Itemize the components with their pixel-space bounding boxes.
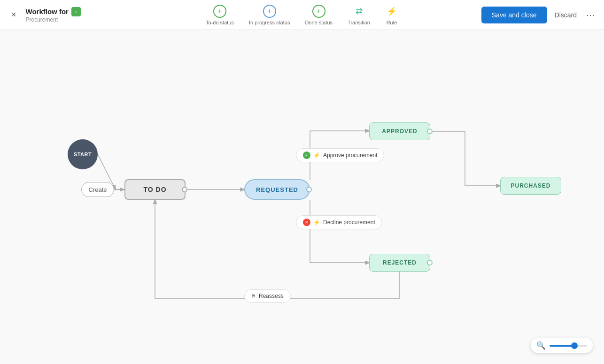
purchased-node[interactable]: PURCHASED [500, 177, 561, 195]
workflow-title: Workflow for ↑ [26, 7, 81, 16]
rejected-node-label: REJECTED [383, 259, 417, 266]
rule-label-text: Rule [387, 20, 397, 25]
approve-transition[interactable]: ✓ ⚡ Approve procurement [296, 148, 384, 162]
approve-lightning-icon: ⚡ [313, 152, 320, 159]
toolbar-transition[interactable]: ⇄ Transition [348, 5, 370, 25]
requested-node-label: REQUESTED [256, 186, 298, 193]
inprogress-status-label: In progress status [249, 20, 290, 25]
workflow-canvas: START Create TO DO REQUESTED APPROVED PU… [0, 30, 604, 364]
decline-lightning-icon: ⚡ [313, 219, 320, 226]
toolbar-right: Save and close Discard ⋯ [481, 5, 596, 25]
requested-node[interactable]: REQUESTED [244, 179, 310, 200]
todo-node-label: TO DO [143, 186, 166, 193]
done-status-label: Done status [305, 20, 333, 25]
reassess-transition[interactable]: ⚑ Reassess [244, 289, 291, 303]
todo-node[interactable]: TO DO [124, 179, 186, 200]
transition-icon: ⇄ [352, 5, 365, 18]
upload-icon: ↑ [71, 7, 81, 16]
toolbar-rule[interactable]: ⚡ Rule [385, 5, 398, 25]
decline-transition-label: Decline procurement [323, 219, 375, 226]
rejected-node[interactable]: REJECTED [369, 254, 430, 272]
close-button[interactable]: × [8, 8, 20, 22]
todo-status-icon: + [213, 5, 226, 18]
reassess-transition-label: Reassess [259, 293, 284, 299]
workflow-subtitle: Procurement [26, 16, 81, 23]
approve-status-dot: ✓ [303, 152, 310, 159]
create-node[interactable]: Create [81, 182, 114, 197]
toolbar-inprogress-status[interactable]: + In progress status [249, 5, 290, 25]
decline-status-dot: ✕ [303, 219, 310, 226]
save-close-button[interactable]: Save and close [481, 7, 547, 23]
todo-node-dot [182, 187, 187, 192]
approved-node-dot [427, 129, 433, 134]
done-status-icon: + [312, 5, 325, 18]
toolbar-done-status[interactable]: + Done status [305, 5, 333, 25]
purchased-node-label: PURCHASED [511, 182, 550, 189]
inprogress-status-icon: + [263, 5, 276, 18]
app-header: × Workflow for ↑ Procurement + To-do sta… [0, 0, 604, 30]
workflow-title-area: Workflow for ↑ Procurement [26, 7, 81, 23]
decline-transition[interactable]: ✕ ⚡ Decline procurement [296, 215, 382, 229]
start-node[interactable]: START [68, 139, 98, 169]
toolbar-center: + To-do status + In progress status + Do… [206, 5, 398, 25]
approved-node[interactable]: APPROVED [369, 122, 430, 140]
rule-icon: ⚡ [385, 5, 398, 18]
approve-transition-label: Approve procurement [323, 152, 377, 159]
zoom-out-button[interactable]: 🔍 [536, 341, 546, 350]
transition-label-text: Transition [348, 20, 370, 25]
rejected-node-dot [427, 260, 433, 265]
toolbar-todo-status[interactable]: + To-do status [206, 5, 234, 25]
reassess-flag-icon: ⚑ [251, 293, 256, 299]
requested-node-dot [306, 187, 312, 192]
workflow-title-text: Workflow for [26, 8, 69, 15]
approved-node-label: APPROVED [382, 128, 417, 135]
zoom-controls: 🔍 [531, 338, 593, 353]
more-options-button[interactable]: ⋯ [584, 5, 596, 25]
todo-status-label: To-do status [206, 20, 234, 25]
start-node-label: START [74, 152, 92, 157]
create-node-label: Create [88, 186, 107, 193]
zoom-track[interactable] [550, 345, 587, 347]
discard-button[interactable]: Discard [551, 7, 581, 23]
zoom-thumb [571, 342, 578, 349]
